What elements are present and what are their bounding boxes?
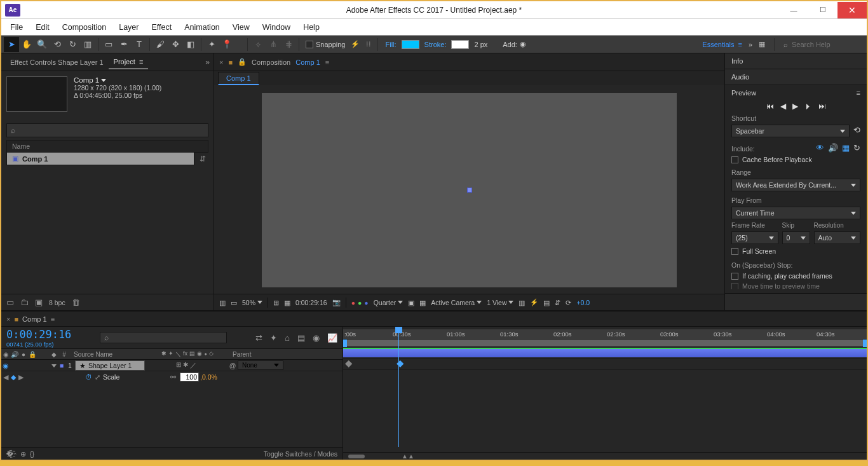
preview-resolution-selector[interactable]: Auto xyxy=(814,231,861,244)
work-area-bar[interactable] xyxy=(343,339,867,347)
property-name[interactable]: Scale xyxy=(103,373,166,381)
timeline-icon[interactable]: ▤ xyxy=(543,299,550,306)
col-label[interactable]: ◆ xyxy=(50,351,58,358)
snap-options-icon[interactable]: ⁞⁞ xyxy=(366,40,371,48)
zoom-to-frame-icon[interactable]: ▲▲ xyxy=(402,453,414,460)
lock-icon[interactable]: 🔒 xyxy=(238,58,247,66)
resolution-selector[interactable]: Quarter xyxy=(374,299,403,306)
brush-tool[interactable]: 🖌 xyxy=(153,37,168,52)
onstop-cache-checkbox[interactable]: If caching, play cached frames xyxy=(731,272,860,280)
puppet-tool[interactable]: 📍 xyxy=(219,37,234,52)
eraser-tool[interactable]: ◧ xyxy=(183,37,198,52)
scale-y-value[interactable]: ,0.0% xyxy=(200,373,217,381)
panel-menu-icon[interactable]: ≡ xyxy=(857,89,860,97)
layer-color-label[interactable]: ■ xyxy=(58,362,65,369)
motion-blur-icon[interactable]: ◉ xyxy=(313,333,320,343)
column-header-name[interactable]: Name xyxy=(6,140,208,153)
skip-selector[interactable]: 0 xyxy=(782,231,810,244)
minimize-button[interactable]: — xyxy=(779,2,808,18)
menu-layer[interactable]: Layer xyxy=(112,20,145,34)
stopwatch-icon[interactable]: ⏱ xyxy=(85,373,92,381)
layer-visibility-toggle[interactable]: ◉ xyxy=(1,362,10,369)
playhead-handle[interactable] xyxy=(395,327,402,333)
bpc-label[interactable]: 8 bpc xyxy=(49,299,65,306)
layer-name[interactable]: ★Shape Layer 1 xyxy=(75,360,145,371)
col-video[interactable]: ◉ xyxy=(1,351,10,358)
fill-swatch[interactable] xyxy=(402,40,419,49)
layer-twirl[interactable] xyxy=(50,362,58,369)
type-tool[interactable]: T xyxy=(132,37,147,52)
rotate-tool[interactable]: ↻ xyxy=(65,37,80,52)
composition-thumbnail[interactable] xyxy=(6,76,67,112)
parent-selector[interactable]: None xyxy=(238,360,283,370)
fast-previews-icon[interactable]: ⚡ xyxy=(530,298,538,306)
graph-editor-icon[interactable]: 📈 xyxy=(327,333,337,343)
close-panel-icon[interactable]: × xyxy=(6,315,10,323)
audio-panel-title[interactable]: Audio xyxy=(731,73,749,81)
last-frame-button[interactable]: ⏭ xyxy=(818,102,826,111)
fullscreen-checkbox[interactable]: Full Screen xyxy=(731,247,860,255)
panel-comp-link[interactable]: Comp 1 xyxy=(295,58,320,66)
parent-pickwhip[interactable]: @ xyxy=(227,362,238,369)
viewer-tab-comp1[interactable]: Comp 1 xyxy=(218,72,259,85)
playhead[interactable] xyxy=(398,327,399,447)
workspace-switcher[interactable]: Essentials ≡ xyxy=(702,41,742,48)
brackets-icon[interactable]: {} xyxy=(30,450,34,458)
overflow-icon[interactable]: » xyxy=(749,41,752,48)
scale-x-input[interactable] xyxy=(180,373,199,381)
maximize-button[interactable]: ☐ xyxy=(808,2,837,18)
project-item-comp1[interactable]: ▣ Comp 1 xyxy=(6,153,194,165)
view-axis-mode[interactable]: ⋕ xyxy=(281,37,296,52)
draft-3d-icon[interactable]: ✦ xyxy=(270,333,277,343)
zoom-slider[interactable] xyxy=(348,455,365,458)
panel-menu-icon[interactable]: ≡ xyxy=(51,315,55,323)
reset-icon[interactable]: ⟲ xyxy=(853,125,860,135)
include-audio-icon[interactable]: 🔊 xyxy=(828,143,838,153)
col-solo[interactable]: ● xyxy=(19,351,28,358)
toggle-switches-modes[interactable]: Toggle Switches / Modes xyxy=(264,450,337,458)
exposure-value[interactable]: +0.0 xyxy=(576,299,590,306)
views-selector[interactable]: 1 View xyxy=(487,299,513,306)
menu-animation[interactable]: Animation xyxy=(178,20,226,34)
shy-icon[interactable]: ⌂ xyxy=(285,333,290,343)
chevron-down-icon[interactable] xyxy=(101,79,106,82)
timeline-tab-label[interactable]: Comp 1 xyxy=(22,315,47,323)
pen-tool[interactable]: ✒ xyxy=(116,37,132,52)
playfrom-selector[interactable]: Current Time xyxy=(731,207,860,219)
cache-before-checkbox[interactable]: Cache Before Playback xyxy=(731,156,860,163)
menu-view[interactable]: View xyxy=(226,20,256,34)
world-axis-mode[interactable]: ⋔ xyxy=(266,37,281,52)
comp-mini-flowchart-icon[interactable]: ⇄ xyxy=(255,333,262,343)
close-panel-icon[interactable]: × xyxy=(219,58,223,66)
timeline-search[interactable]: ⌕ xyxy=(100,332,227,343)
comp-name[interactable]: Comp 1 xyxy=(74,76,99,84)
time-display[interactable]: 0:00:29:16 xyxy=(295,299,327,306)
local-axis-mode[interactable]: ⟡ xyxy=(250,37,266,52)
range-selector[interactable]: Work Area Extended By Current... xyxy=(731,179,860,191)
toggle-switches-icon[interactable]: �҈ xyxy=(6,450,17,458)
col-source-name[interactable]: Source Name xyxy=(70,351,146,358)
keyframe-selected[interactable] xyxy=(397,360,403,367)
col-audio[interactable]: 🔊 xyxy=(10,351,19,358)
always-preview-icon[interactable]: ▥ xyxy=(219,299,226,306)
camera-selector[interactable]: Active Camera xyxy=(431,299,482,306)
keyframe[interactable] xyxy=(345,360,352,367)
include-video-icon[interactable]: 👁 xyxy=(816,143,824,153)
layer-switches[interactable]: ⊞✱／ xyxy=(145,361,227,370)
new-comp-icon[interactable]: ▣ xyxy=(35,298,43,307)
next-frame-button[interactable]: ⏵ xyxy=(804,102,812,111)
property-track-scale[interactable] xyxy=(343,359,867,370)
menu-window[interactable]: Window xyxy=(256,20,297,34)
info-panel-title[interactable]: Info xyxy=(731,57,743,65)
trash-icon[interactable]: 🗑 xyxy=(72,298,80,307)
next-key-button[interactable]: ▶ xyxy=(17,373,25,381)
col-lock[interactable]: 🔒 xyxy=(28,351,37,358)
panel-menu-icon[interactable]: ≡ xyxy=(325,58,329,66)
tab-effect-controls[interactable]: Effect Controls Shape Layer 1 xyxy=(5,56,109,69)
time-navigator[interactable]: ▲▲ xyxy=(343,452,867,460)
search-help-input[interactable] xyxy=(792,41,862,48)
channels-icon[interactable]: ● xyxy=(351,299,355,306)
flowchart-view-icon[interactable]: ⇵ xyxy=(555,299,560,306)
composition-canvas[interactable] xyxy=(262,93,677,287)
link-icon[interactable]: ⚯ xyxy=(170,373,176,381)
